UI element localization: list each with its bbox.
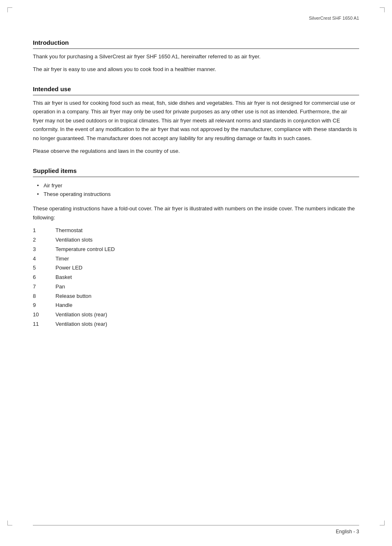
page-footer: English - 3 [33,525,359,534]
section-title-intended-use: Intended use [33,85,359,95]
product-name-header: SilverCrest SHF 1650 A1 [309,16,359,21]
list-item: 3 Temperature control LED [33,245,359,254]
supplied-intro-text: These operating instructions have a fold… [33,204,359,222]
item-num-6: 6 [33,273,55,282]
item-label-4: Timer [55,254,69,264]
main-content: Introduction Thank you for purchasing a … [33,39,359,329]
corner-mark-top-right [380,7,385,12]
item-num-11: 11 [33,320,55,329]
item-num-1: 1 [33,226,55,235]
section-supplied-items: Supplied items Air fryer These operating… [33,167,359,329]
item-label-1: Thermostat [55,226,83,235]
footer-text: English - 3 [336,529,359,534]
item-label-11: Ventilation slots (rear) [55,320,107,329]
list-item: 6 Basket [33,273,359,282]
corner-mark-bottom-right [380,521,385,525]
list-item: 8 Release button [33,292,359,301]
section-intended-use: Intended use This air fryer is used for … [33,85,359,156]
item-num-4: 4 [33,254,55,264]
list-item: 10 Ventilation slots (rear) [33,310,359,320]
corner-mark-top-left [7,7,12,12]
intended-use-para-1: This air fryer is used for cooking food … [33,99,359,143]
list-item: 9 Handle [33,301,359,310]
intro-para-2: The air fryer is easy to use and allows … [33,65,359,74]
item-num-8: 8 [33,292,55,301]
item-num-10: 10 [33,310,55,320]
item-label-2: Ventilation slots [55,235,92,245]
bullet-item-1: These operating instructions [37,190,359,198]
page: SilverCrest SHF 1650 A1 Introduction Tha… [0,0,392,546]
item-label-10: Ventilation slots (rear) [55,310,107,320]
corner-mark-bottom-left [7,521,12,525]
list-item: 2 Ventilation slots [33,235,359,245]
item-label-6: Basket [55,273,72,282]
list-item: 5 Power LED [33,263,359,273]
intended-use-para-2: Please observe the regulations and laws … [33,147,359,155]
bullet-item-0: Air fryer [37,181,359,190]
section-body-intended-use: This air fryer is used for cooking food … [33,99,359,156]
intro-para-1: Thank you for purchasing a SilverCrest a… [33,52,359,61]
item-label-7: Pan [55,282,65,292]
page-header: SilverCrest SHF 1650 A1 [33,16,359,21]
item-num-7: 7 [33,282,55,292]
list-item: 11 Ventilation slots (rear) [33,320,359,329]
item-num-3: 3 [33,245,55,254]
item-num-5: 5 [33,263,55,273]
list-item: 7 Pan [33,282,359,292]
section-title-introduction: Introduction [33,39,359,49]
item-label-5: Power LED [55,263,83,273]
item-num-2: 2 [33,235,55,245]
list-item: 4 Timer [33,254,359,264]
section-title-supplied-items: Supplied items [33,167,359,177]
item-label-9: Handle [55,301,72,310]
supplied-numbered-list: 1 Thermostat 2 Ventilation slots 3 Tempe… [33,226,359,329]
list-item: 1 Thermostat [33,226,359,235]
item-num-9: 9 [33,301,55,310]
item-label-8: Release button [55,292,91,301]
section-introduction: Introduction Thank you for purchasing a … [33,39,359,74]
section-body-introduction: Thank you for purchasing a SilverCrest a… [33,52,359,74]
section-body-supplied-items: Air fryer These operating instructions T… [33,181,359,329]
supplied-bullet-list: Air fryer These operating instructions [37,181,359,199]
item-label-3: Temperature control LED [55,245,115,254]
